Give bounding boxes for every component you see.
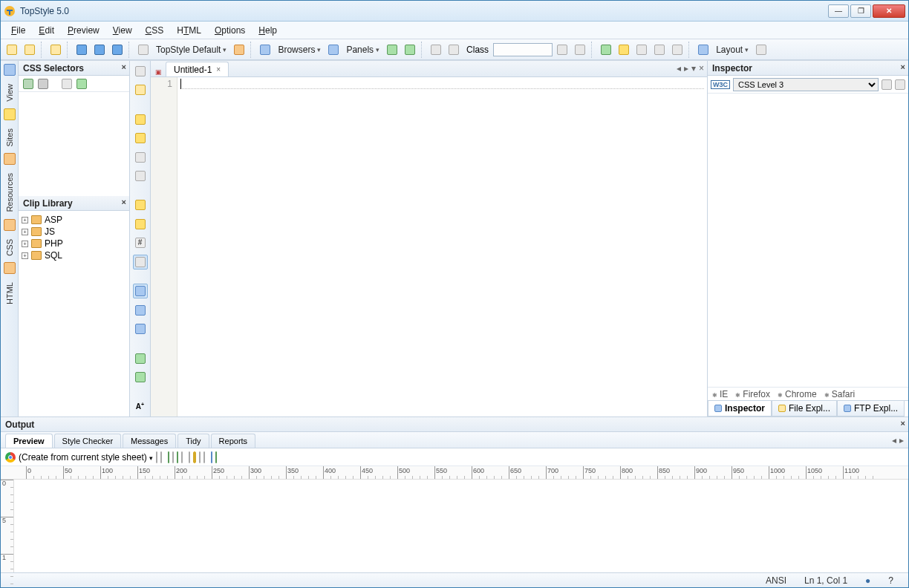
maximize-button[interactable]	[850, 4, 871, 18]
tab-ftp-explorer[interactable]: FTP Expl...	[837, 401, 905, 416]
preview-nav-fwd[interactable]	[177, 452, 178, 463]
sites-icon[interactable]	[4, 108, 16, 120]
wand-button[interactable]	[428, 42, 444, 58]
validate-button[interactable]	[616, 42, 632, 58]
preview-grid-button[interactable]	[189, 452, 190, 463]
tab-css[interactable]: CSS	[3, 234, 16, 261]
format-button[interactable]	[651, 42, 668, 58]
tag-green-icon[interactable]	[76, 79, 87, 89]
gutter-highlight-icon[interactable]	[133, 255, 148, 270]
html-icon[interactable]	[4, 262, 16, 274]
tab-preview[interactable]: Preview	[5, 434, 53, 448]
opt-button[interactable]	[669, 42, 685, 58]
inspector-btn-1[interactable]	[882, 79, 892, 90]
tag-label-icon[interactable]	[62, 79, 72, 89]
new-html-button[interactable]	[22, 42, 38, 58]
class-apply-button[interactable]	[554, 42, 570, 58]
outtab-next-icon[interactable]: ▸	[899, 435, 904, 445]
close-button[interactable]	[873, 4, 905, 18]
gutter-doc-icon[interactable]	[133, 64, 148, 79]
panels-dropdown[interactable]: Panels	[343, 45, 382, 55]
gutter-font-icon[interactable]: A+	[133, 399, 148, 414]
save-all-button[interactable]	[91, 42, 108, 58]
tab-inspector[interactable]: Inspector	[708, 401, 772, 416]
clip-php[interactable]: +PHP	[22, 238, 126, 249]
gutter-note-icon[interactable]	[133, 217, 148, 232]
tab-sites[interactable]: Sites	[3, 123, 16, 151]
menu-options[interactable]: Options	[209, 23, 251, 38]
resources-icon[interactable]	[4, 153, 16, 165]
preview-open-button[interactable]	[160, 452, 162, 463]
preview-device-button[interactable]	[211, 452, 212, 463]
clip-sql[interactable]: +SQL	[22, 249, 126, 261]
preview-refresh-button[interactable]	[156, 452, 157, 463]
check-button[interactable]	[598, 42, 614, 58]
gutter-box-icon[interactable]	[133, 284, 148, 298]
preview-canvas[interactable]	[14, 480, 908, 572]
clip-asp[interactable]: +ASP	[22, 214, 126, 226]
gutter-lines-icon[interactable]	[133, 303, 148, 318]
gutter-outdent-icon[interactable]	[133, 131, 148, 146]
tag-add-icon[interactable]	[23, 79, 33, 89]
gutter-cols-icon[interactable]	[133, 321, 148, 336]
css-level-dropdown[interactable]: CSS Level 3	[733, 78, 879, 91]
search-icon[interactable]	[4, 64, 16, 76]
tab-tidy[interactable]: Tidy	[177, 434, 209, 448]
save-as-button[interactable]	[109, 42, 126, 58]
style-icon[interactable]	[135, 42, 152, 58]
menu-html[interactable]: HTML	[171, 23, 207, 38]
menu-edit[interactable]: Edit	[33, 23, 60, 38]
gutter-comment-icon[interactable]	[133, 150, 148, 165]
gutter-hash-icon[interactable]: #	[133, 236, 148, 251]
menu-help[interactable]: Help	[252, 23, 283, 38]
gutter-img-icon[interactable]	[133, 351, 148, 366]
tab-messages[interactable]: Messages	[123, 434, 176, 448]
settings-button[interactable]	[753, 42, 769, 58]
menu-file[interactable]: File	[5, 23, 31, 38]
tab-reports[interactable]: Reports	[211, 434, 256, 448]
color-button[interactable]	[446, 42, 462, 58]
gutter-open-icon[interactable]	[133, 83, 148, 98]
tab-file-explorer[interactable]: File Expl...	[772, 401, 837, 416]
class-link-button[interactable]	[572, 42, 588, 58]
outtab-prev-icon[interactable]: ◂	[892, 435, 896, 445]
style-apply-button[interactable]	[231, 42, 247, 58]
tab-next-icon[interactable]: ▸	[684, 63, 688, 74]
panel-btn-1[interactable]	[384, 42, 400, 58]
tab-close-all-icon[interactable]: ×	[699, 63, 704, 74]
gutter-link-icon[interactable]	[133, 198, 148, 213]
class-input[interactable]	[493, 43, 553, 56]
css-selectors-close[interactable]: ×	[122, 62, 126, 71]
tab-html[interactable]: HTML	[3, 277, 16, 310]
preview-nav-stop[interactable]	[172, 452, 174, 463]
tab-prev-icon[interactable]: ◂	[677, 63, 681, 74]
css-icon[interactable]	[4, 219, 16, 231]
code-surface[interactable]	[177, 77, 707, 416]
status-help[interactable]: ?	[879, 575, 902, 586]
tab-menu-icon[interactable]: ▾	[691, 63, 696, 74]
editor-body[interactable]: 1	[151, 77, 707, 416]
browsers-dropdown[interactable]: Browsers	[275, 45, 324, 55]
save-button[interactable]	[74, 42, 90, 58]
tab-resources[interactable]: Resources	[3, 168, 16, 218]
preview-source-dropdown[interactable]: (Create from current style sheet)	[19, 452, 153, 463]
menu-view[interactable]: View	[107, 23, 138, 38]
clip-js[interactable]: +JS	[22, 226, 126, 238]
gutter-indent-icon[interactable]	[133, 112, 148, 127]
gutter-table-icon[interactable]	[133, 370, 148, 385]
preview-export-button[interactable]	[215, 452, 217, 463]
tag-grey-icon[interactable]	[38, 79, 48, 89]
layout-dropdown[interactable]: Layout	[713, 45, 752, 55]
tab-view[interactable]: View	[3, 79, 16, 107]
preview-size-button[interactable]	[199, 452, 201, 463]
clip-library-close[interactable]: ×	[122, 197, 126, 206]
preview-nav-back[interactable]	[168, 452, 169, 463]
preview-bug-icon[interactable]	[181, 452, 183, 463]
status-globe-icon[interactable]: ●	[856, 575, 879, 586]
editor-tab-untitled[interactable]: Untitled-1 ×	[166, 62, 229, 76]
tab-close-icon[interactable]: ×	[216, 65, 221, 74]
tab-style-checker[interactable]: Style Checker	[54, 434, 121, 448]
gutter-edit-icon[interactable]	[133, 169, 148, 183]
preview-zoom-button[interactable]	[203, 452, 205, 463]
inspector-btn-2[interactable]	[895, 79, 905, 90]
